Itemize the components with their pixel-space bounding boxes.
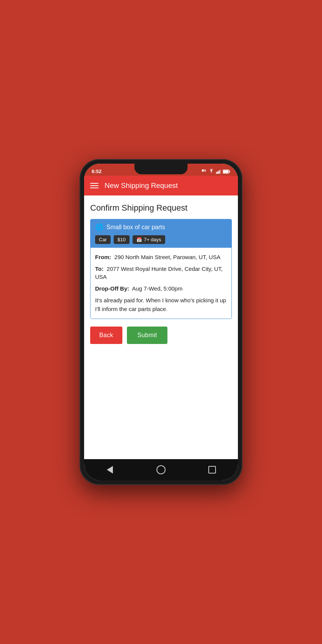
to-row: To: 2077 West Royal Hunte Drive, Cedar C…: [95, 265, 227, 281]
card-tags: Car $10 7+ days: [91, 235, 231, 248]
card-item-title: Small box of car parts: [106, 224, 165, 231]
dropoff-label: Drop-Off By:: [95, 285, 129, 292]
svg-rect-3: [217, 171, 219, 174]
sim-icon: [202, 169, 207, 174]
globe-icon: 🌐: [95, 223, 103, 231]
from-label: From:: [95, 254, 111, 260]
page-title: Confirm Shipping Request: [90, 203, 232, 213]
button-row: Back Submit: [90, 327, 232, 344]
phone-screen: 6:52: [84, 164, 238, 480]
svg-rect-1: [204, 169, 206, 172]
phone-notch: [134, 164, 188, 174]
status-icons: [202, 169, 230, 174]
from-row: From: 290 North Main Street, Parowan, UT…: [95, 253, 227, 261]
svg-rect-8: [223, 170, 228, 173]
nav-back-button[interactable]: [102, 461, 118, 478]
phone-device: 6:52: [80, 159, 242, 485]
main-content: Confirm Shipping Request 🌐 Small box of …: [84, 195, 238, 459]
dropoff-row: Drop-Off By: Aug 7-Wed, 5:00pm: [95, 284, 227, 292]
shipping-note: It's already paid for. When I know who's…: [95, 296, 227, 313]
svg-rect-7: [229, 171, 230, 173]
tag-vehicle: Car: [95, 235, 111, 244]
to-address: 2077 West Royal Hunte Drive, Cedar City,…: [95, 266, 223, 280]
svg-rect-0: [202, 169, 204, 172]
card-header: 🌐 Small box of car parts: [91, 219, 231, 235]
tag-duration: 7+ days: [133, 235, 165, 244]
svg-rect-4: [219, 170, 220, 174]
back-button[interactable]: Back: [90, 327, 122, 344]
svg-rect-2: [216, 172, 217, 174]
submit-button[interactable]: Submit: [127, 327, 168, 344]
signal-icon: [216, 169, 221, 174]
menu-icon[interactable]: [90, 183, 98, 188]
bottom-nav: [84, 459, 238, 480]
nav-recents-button[interactable]: [204, 461, 220, 478]
from-address: 290 North Main Street, Parowan, UT, USA: [114, 254, 220, 260]
svg-rect-5: [220, 169, 221, 174]
shipping-card: 🌐 Small box of car parts Car $10 7+ days: [90, 219, 232, 319]
tag-price: $10: [114, 235, 130, 244]
dropoff-date: Aug 7-Wed, 5:00pm: [132, 285, 183, 292]
app-bar-title: New Shipping Request: [105, 181, 178, 190]
card-body: From: 290 North Main Street, Parowan, UT…: [91, 248, 231, 319]
app-bar: New Shipping Request: [84, 176, 238, 195]
battery-icon: [223, 169, 230, 174]
to-label: To:: [95, 266, 103, 272]
status-time: 6:52: [92, 169, 102, 174]
wifi-icon: [208, 169, 214, 174]
nav-home-button[interactable]: [153, 461, 169, 478]
